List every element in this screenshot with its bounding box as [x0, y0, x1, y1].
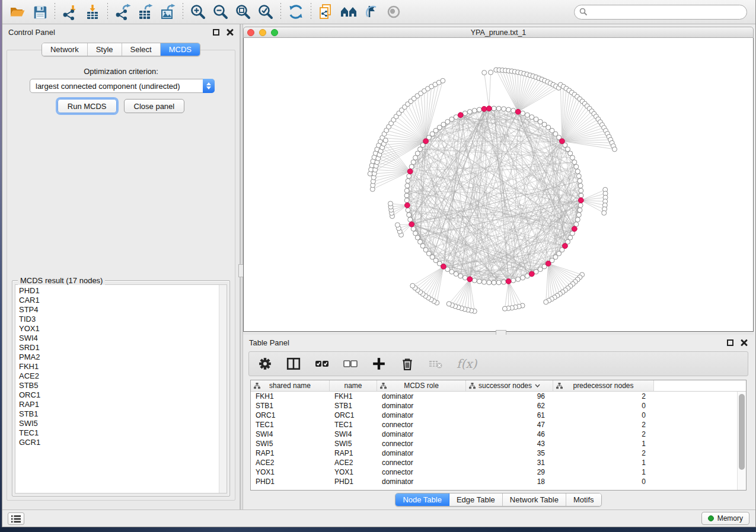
tab-network[interactable]: Network: [42, 43, 88, 56]
cell-shared-name[interactable]: ACE2: [251, 458, 330, 467]
cell-name[interactable]: FKH1: [330, 392, 377, 401]
table-scrollbar[interactable]: [737, 392, 746, 490]
cell-predecessor-nodes[interactable]: 0: [553, 411, 654, 420]
cell-successor-nodes[interactable]: 61: [466, 411, 553, 420]
close-icon[interactable]: [741, 339, 748, 346]
cell-predecessor-nodes[interactable]: 2: [553, 420, 654, 430]
delete-column-button[interactable]: [400, 356, 415, 371]
column-header-MCDS-role[interactable]: MCDS role: [377, 380, 466, 391]
cell-name[interactable]: STB1: [330, 401, 377, 411]
network-overview-button[interactable]: [337, 2, 360, 22]
cell-name[interactable]: ORC1: [330, 411, 377, 420]
result-scrollbar[interactable]: [219, 285, 227, 493]
tab-mcds[interactable]: MCDS: [161, 43, 200, 56]
open-file-button[interactable]: [6, 2, 28, 22]
search-box[interactable]: [574, 5, 747, 20]
result-node-item[interactable]: TID3: [19, 315, 227, 324]
optimization-criterion-select[interactable]: largest connected component (undirected): [30, 79, 215, 93]
show-panels-menu-button[interactable]: [8, 512, 24, 525]
cell-shared-name[interactable]: PHD1: [251, 477, 330, 486]
table-row[interactable]: SWI5SWI5connector431: [251, 439, 746, 448]
hide-graphics-details-button[interactable]: [360, 2, 382, 22]
window-minimize-icon[interactable]: [259, 29, 266, 36]
cell-mcds-role[interactable]: connector: [377, 439, 466, 448]
window-close-icon[interactable]: [247, 29, 254, 36]
run-mcds-button[interactable]: Run MCDS: [58, 99, 117, 113]
cell-name[interactable]: RAP1: [330, 448, 377, 458]
memory-button[interactable]: Memory: [701, 512, 749, 525]
cell-mcds-role[interactable]: dominator: [377, 430, 466, 439]
close-icon[interactable]: [227, 28, 234, 36]
cell-successor-nodes[interactable]: 96: [466, 392, 553, 401]
cell-successor-nodes[interactable]: 18: [466, 477, 553, 486]
cell-successor-nodes[interactable]: 29: [466, 467, 553, 477]
import-table-button[interactable]: [81, 2, 104, 22]
export-network-button[interactable]: [111, 2, 134, 22]
export-table-button[interactable]: [134, 2, 157, 22]
zoom-selected-button[interactable]: [254, 2, 277, 22]
cell-predecessor-nodes[interactable]: 2: [553, 448, 654, 458]
result-node-item[interactable]: YOX1: [19, 324, 227, 334]
tab-node-table[interactable]: Node Table: [395, 493, 449, 506]
zoom-fit-button[interactable]: [232, 2, 254, 22]
table-row[interactable]: RAP1RAP1dominator352: [251, 448, 746, 458]
table-row[interactable]: STB1STB1dominator620: [251, 401, 746, 411]
cell-mcds-role[interactable]: dominator: [377, 411, 466, 420]
select-all-button[interactable]: [314, 356, 330, 371]
cell-shared-name[interactable]: TEC1: [251, 420, 330, 430]
cell-predecessor-nodes[interactable]: 1: [553, 439, 654, 448]
cell-successor-nodes[interactable]: 47: [466, 420, 553, 430]
table-row[interactable]: PHD1PHD1dominator180: [251, 477, 746, 486]
cell-shared-name[interactable]: STB1: [251, 401, 330, 411]
network-graph[interactable]: [244, 38, 752, 331]
result-node-item[interactable]: SWI4: [19, 334, 227, 343]
cell-successor-nodes[interactable]: 62: [466, 401, 553, 411]
save-button[interactable]: [28, 2, 51, 22]
result-node-item[interactable]: PMA2: [19, 352, 227, 362]
column-header-name[interactable]: name: [330, 380, 377, 391]
cell-mcds-role[interactable]: dominator: [377, 477, 466, 486]
cell-shared-name[interactable]: FKH1: [251, 392, 330, 401]
cell-name[interactable]: SWI4: [330, 430, 377, 439]
result-node-item[interactable]: SWI5: [19, 419, 227, 428]
cell-name[interactable]: ACE2: [330, 458, 377, 467]
cell-name[interactable]: TEC1: [330, 420, 377, 430]
result-node-item[interactable]: STB1: [19, 409, 227, 419]
table-row[interactable]: YOX1YOX1connector291: [251, 467, 746, 477]
table-row[interactable]: FKH1FKH1dominator962: [251, 392, 746, 401]
table-row[interactable]: TEC1TEC1connector472: [251, 420, 746, 430]
tab-edge-table[interactable]: Edge Table: [449, 493, 503, 506]
cell-mcds-role[interactable]: dominator: [377, 448, 466, 458]
import-network-button[interactable]: [59, 2, 81, 22]
network-canvas[interactable]: [243, 38, 754, 332]
cell-predecessor-nodes[interactable]: 2: [553, 392, 654, 401]
mcds-result-list[interactable]: PHD1CAR1STP4TID3YOX1SWI4SRD1PMA2FKH1ACE2…: [15, 284, 227, 493]
zoom-in-button[interactable]: [187, 2, 209, 22]
result-node-item[interactable]: RAP1: [19, 400, 227, 409]
cell-mcds-role[interactable]: connector: [377, 467, 466, 477]
cell-successor-nodes[interactable]: 46: [466, 430, 553, 439]
cell-successor-nodes[interactable]: 31: [466, 458, 553, 467]
deselect-all-button[interactable]: [343, 356, 358, 371]
tab-style[interactable]: Style: [88, 43, 122, 56]
show-column-button[interactable]: [286, 356, 301, 371]
cell-mcds-role[interactable]: dominator: [377, 401, 466, 411]
cell-shared-name[interactable]: SWI5: [251, 439, 330, 448]
column-header-predecessor-nodes[interactable]: predecessor nodes: [553, 380, 654, 391]
tab-network-table[interactable]: Network Table: [503, 493, 566, 506]
cell-shared-name[interactable]: ORC1: [251, 411, 330, 420]
result-node-item[interactable]: GCR1: [19, 438, 227, 447]
tab-motifs[interactable]: Motifs: [566, 493, 601, 506]
table-settings-button[interactable]: [257, 356, 273, 371]
result-node-item[interactable]: TEC1: [19, 428, 227, 438]
cell-mcds-role[interactable]: dominator: [377, 392, 466, 401]
close-panel-button[interactable]: Close panel: [124, 99, 185, 113]
table-row[interactable]: ORC1ORC1dominator610: [251, 411, 746, 420]
cell-shared-name[interactable]: YOX1: [251, 467, 330, 477]
result-node-item[interactable]: PHD1: [19, 286, 227, 296]
result-node-item[interactable]: CAR1: [19, 296, 227, 305]
cell-predecessor-nodes[interactable]: 1: [553, 458, 654, 467]
cell-name[interactable]: YOX1: [330, 467, 377, 477]
create-column-button[interactable]: [371, 356, 387, 371]
cell-successor-nodes[interactable]: 35: [466, 448, 553, 458]
